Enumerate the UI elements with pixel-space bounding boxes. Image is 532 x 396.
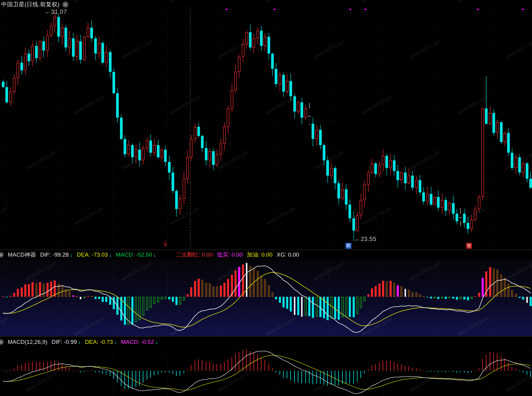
panel-separator-2 xyxy=(0,336,532,337)
indicator2-header: ∨ MACD(12,26,9) DIF: -0.99 ↓ DEA: -0.73 … xyxy=(0,338,158,346)
magenta-dot xyxy=(522,9,524,10)
chevron-down-icon[interactable]: ∨ xyxy=(0,252,4,258)
indicator1-dimai-value: 低买: 0.00 xyxy=(217,251,243,259)
sell-signal-marker: ▲ S xyxy=(164,240,167,247)
down-arrow-icon: ↓ xyxy=(153,252,156,258)
down-arrow-icon: ↓ xyxy=(155,339,158,345)
magenta-dot xyxy=(477,9,479,10)
watermark-text: www.cfchi.com xyxy=(360,0,393,5)
watermark-text: www.cfchi.com xyxy=(169,0,201,5)
indicator1-xg-value: XG: 0.00 xyxy=(277,252,299,258)
indicator1-macd-value: MACD: -52.50 xyxy=(116,252,152,258)
magenta-dot xyxy=(349,9,351,10)
watermark-text: www.cfchi.com xyxy=(456,0,489,5)
macd-standard-panel-chart[interactable] xyxy=(0,347,532,396)
zhang-event-badge[interactable]: 张 xyxy=(466,243,472,249)
cai-event-badge[interactable]: 财 xyxy=(345,243,351,249)
watermark-text: www.cfchi.com xyxy=(265,0,297,5)
indicator2-macd-value: MACD: -0.52 xyxy=(121,339,154,345)
down-arrow-icon: ↓ xyxy=(114,339,117,345)
indicator1-header: ∨ MACD神器 DIF: -99.28 ↓ DEA: -73.03 ↓ MAC… xyxy=(0,251,299,259)
indicator1-dea-value: DEA: -73.03 xyxy=(77,252,108,258)
main-candlestick-chart[interactable] xyxy=(0,7,532,249)
down-arrow-icon: ↓ xyxy=(70,252,73,258)
chart-titlebar[interactable]: 中国卫星(日线.前复权) ∨ xyxy=(1,1,68,8)
chevron-down-icon[interactable]: ∨ xyxy=(62,1,68,7)
indicator1-ercifanhong-value: 二次翻红: 0.00 xyxy=(176,251,213,259)
indicator2-name[interactable]: MACD(12,26,9) xyxy=(8,339,47,345)
indicator1-jiayou-value: 加油: 0.00 xyxy=(247,251,273,259)
indicator1-name[interactable]: MACD神器 xyxy=(8,251,36,259)
chevron-down-icon[interactable]: ∨ xyxy=(0,339,4,345)
magenta-dot xyxy=(226,9,227,10)
macd-shenqi-panel-chart[interactable] xyxy=(0,260,532,336)
indicator2-dea-value: DEA: -0.73 xyxy=(85,339,113,345)
down-arrow-icon: ↓ xyxy=(78,339,81,345)
magenta-dot xyxy=(365,9,366,10)
watermark-text: www.cfchi.com xyxy=(73,0,105,5)
indicator2-dif-value: DIF: -0.99 xyxy=(52,339,77,345)
magenta-dot xyxy=(274,9,275,10)
down-arrow-icon: ↓ xyxy=(109,252,112,258)
high-price-label: ←31.07 xyxy=(45,8,67,15)
trading-app-window: 中国卫星(日线.前复权) ∨ ←31.07 ←23.55 ▲ S 财 张 ∨ M… xyxy=(0,0,532,396)
indicator1-dif-value: DIF: -99.28 xyxy=(40,252,69,258)
panel-separator-1 xyxy=(0,250,532,250)
chart-title: 中国卫星(日线.前复权) xyxy=(1,1,60,8)
low-price-label: ←23.55 xyxy=(354,236,376,243)
